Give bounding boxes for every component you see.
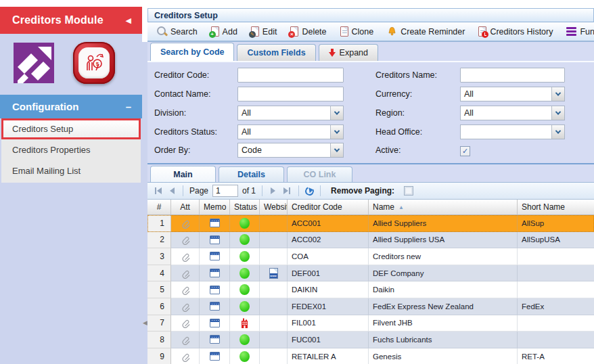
column-header-num[interactable]: # bbox=[147, 200, 171, 214]
short-name-cell[interactable]: AllSup bbox=[518, 215, 594, 232]
column-header-status[interactable]: Status bbox=[230, 200, 260, 214]
create-reminder-button[interactable]: Create Reminder bbox=[382, 24, 470, 40]
refresh-icon[interactable] bbox=[304, 185, 315, 197]
table-row[interactable]: 1ACC001Allied SuppliersAllSup bbox=[147, 215, 594, 232]
creditor-code-cell[interactable]: DEF001 bbox=[288, 265, 369, 282]
chevron-down-icon[interactable] bbox=[330, 143, 343, 157]
website-cell[interactable] bbox=[260, 215, 288, 232]
creditors-history-button[interactable]: Creditors History bbox=[473, 24, 558, 40]
last-page-button[interactable] bbox=[281, 187, 292, 194]
attachment-cell[interactable] bbox=[171, 332, 200, 348]
panel-splitter[interactable]: ◀ bbox=[142, 0, 147, 364]
tab-custom-fields[interactable]: Custom Fields bbox=[237, 44, 315, 61]
short-name-cell[interactable] bbox=[518, 248, 594, 265]
website-cell[interactable] bbox=[260, 332, 288, 348]
next-page-button[interactable] bbox=[269, 187, 277, 194]
column-header-website[interactable]: Websit bbox=[260, 200, 288, 214]
memo-cell[interactable] bbox=[200, 232, 230, 249]
memo-cell[interactable] bbox=[200, 348, 230, 364]
name-cell[interactable]: Filvent JHB bbox=[369, 315, 518, 332]
website-cell[interactable] bbox=[260, 298, 288, 315]
creditor-code-cell[interactable]: DAIKIN bbox=[288, 281, 369, 298]
name-cell[interactable]: Allied Suppliers USA bbox=[369, 232, 518, 249]
short-name-cell[interactable] bbox=[518, 281, 594, 298]
column-header-memo[interactable]: Memo bbox=[200, 200, 230, 214]
table-row[interactable]: 7FIL001Filvent JHB bbox=[147, 315, 594, 332]
column-header-short-name[interactable]: Short Name bbox=[518, 200, 594, 214]
table-row[interactable]: 5DAIKINDaikin bbox=[147, 281, 594, 298]
tab-co-link[interactable]: CO Link bbox=[287, 166, 352, 182]
remove-paging-checkbox[interactable] bbox=[404, 186, 413, 196]
memo-cell[interactable] bbox=[200, 265, 230, 282]
website-cell[interactable] bbox=[260, 348, 288, 364]
name-cell[interactable]: Allied Suppliers bbox=[369, 215, 518, 232]
previous-page-button[interactable] bbox=[168, 187, 177, 194]
attachment-cell[interactable] bbox=[171, 265, 200, 282]
sidebar-item-email-mailing-list[interactable]: Email Mailing List bbox=[1, 160, 141, 181]
attachment-cell[interactable] bbox=[171, 215, 200, 232]
chevron-down-icon[interactable] bbox=[551, 87, 564, 101]
configuration-section-header[interactable]: Configuration – bbox=[0, 95, 142, 118]
table-row[interactable]: 6FEDEX01FedEx Express New ZealandFedEx bbox=[147, 298, 594, 315]
name-cell[interactable]: FedEx Express New Zealand bbox=[369, 298, 518, 315]
currency-select[interactable]: All bbox=[460, 87, 565, 101]
region-select[interactable]: All bbox=[460, 106, 565, 120]
sidebar-item-creditors-setup[interactable]: Creditors Setup bbox=[1, 118, 141, 139]
short-name-cell[interactable]: RET-A bbox=[518, 348, 594, 364]
memo-cell[interactable] bbox=[200, 315, 230, 332]
add-button[interactable]: + Add bbox=[206, 24, 243, 40]
memo-cell[interactable] bbox=[200, 281, 230, 298]
short-name-cell[interactable]: FedEx bbox=[518, 298, 594, 315]
attachment-cell[interactable] bbox=[171, 248, 200, 265]
attachment-cell[interactable] bbox=[171, 232, 200, 249]
column-header-creditor-code[interactable]: Creditor Code bbox=[288, 200, 369, 214]
table-row[interactable]: 3COACreditors new bbox=[147, 248, 594, 265]
creditor-code-cell[interactable]: ACC001 bbox=[288, 215, 369, 232]
memo-cell[interactable] bbox=[200, 298, 230, 315]
module-header[interactable]: Creditors Module ◀ bbox=[0, 7, 142, 34]
delete-button[interactable]: × Delete bbox=[285, 24, 332, 40]
name-cell[interactable]: Genesis bbox=[369, 348, 518, 364]
website-cell[interactable] bbox=[260, 281, 288, 298]
division-select[interactable]: All bbox=[237, 106, 344, 120]
name-cell[interactable]: Creditors new bbox=[369, 248, 518, 265]
attachment-cell[interactable] bbox=[171, 281, 200, 298]
creditor-code-input[interactable] bbox=[237, 68, 344, 83]
name-cell[interactable]: Fuchs Lubricants bbox=[369, 332, 518, 348]
creditor-code-cell[interactable]: FEDEX01 bbox=[288, 298, 369, 315]
memo-cell[interactable] bbox=[200, 248, 230, 265]
creditor-code-cell[interactable]: FIL001 bbox=[288, 315, 369, 332]
short-name-cell[interactable] bbox=[518, 315, 594, 332]
table-row[interactable]: 2ACC002Allied Suppliers USAAllSupUSA bbox=[147, 232, 594, 249]
creditors-app-icon[interactable]: $ bbox=[73, 42, 115, 84]
attachment-cell[interactable] bbox=[171, 348, 200, 364]
splitter-collapse-icon[interactable]: ◀ bbox=[143, 319, 147, 326]
active-checkbox[interactable]: ✓ bbox=[460, 146, 470, 156]
creditors-name-input[interactable] bbox=[460, 68, 565, 83]
column-header-att[interactable]: Att bbox=[171, 200, 200, 214]
chevron-down-icon[interactable] bbox=[551, 106, 564, 120]
order-by-select[interactable]: Code bbox=[237, 143, 344, 158]
memo-cell[interactable] bbox=[200, 215, 230, 232]
website-cell[interactable] bbox=[260, 315, 288, 332]
website-cell[interactable] bbox=[260, 248, 288, 265]
tab-details[interactable]: Details bbox=[219, 166, 284, 182]
sidebar-item-creditors-properties[interactable]: Creditors Properties bbox=[1, 139, 141, 160]
chevron-down-icon[interactable] bbox=[330, 125, 343, 139]
chevron-down-icon[interactable] bbox=[330, 106, 343, 120]
creditor-code-cell[interactable]: COA bbox=[288, 248, 369, 265]
website-cell[interactable] bbox=[260, 265, 288, 282]
clone-button[interactable]: Clone bbox=[335, 24, 380, 40]
creditor-code-cell[interactable]: ACC002 bbox=[288, 232, 369, 249]
page-number-input[interactable]: 1 bbox=[212, 185, 238, 197]
chevron-down-icon[interactable] bbox=[551, 125, 564, 139]
name-cell[interactable]: DEF Company bbox=[369, 265, 518, 282]
contact-name-input[interactable] bbox=[237, 87, 344, 101]
search-button[interactable]: Search bbox=[152, 24, 203, 40]
attachment-cell[interactable] bbox=[171, 298, 200, 315]
website-cell[interactable] bbox=[260, 232, 288, 249]
short-name-cell[interactable] bbox=[518, 265, 594, 282]
head-office-select[interactable] bbox=[460, 124, 565, 139]
creditor-code-cell[interactable]: RETAILER A bbox=[288, 348, 369, 364]
first-page-button[interactable] bbox=[153, 187, 164, 194]
